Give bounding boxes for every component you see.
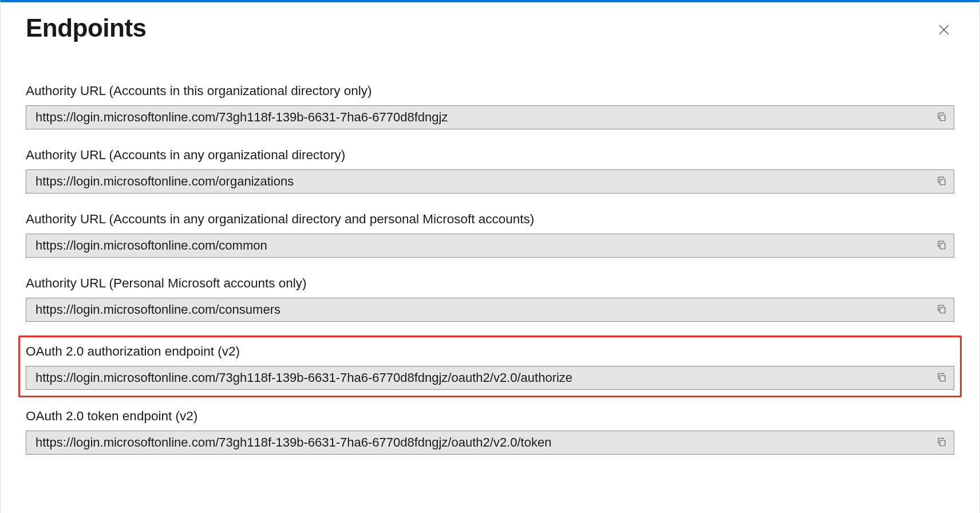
svg-rect-7 [940,440,945,446]
svg-rect-3 [940,179,945,185]
endpoint-field-0: Authority URL (Accounts in this organiza… [26,84,954,129]
close-button[interactable] [934,19,954,40]
copy-button[interactable] [930,234,954,257]
copy-icon [936,240,947,252]
panel-header: Endpoints [26,14,954,42]
field-value[interactable]: https://login.microsoftonline.com/common [26,234,930,257]
field-value-row: https://login.microsoftonline.com/73gh11… [26,105,954,129]
endpoint-field-5: OAuth 2.0 token endpoint (v2)https://log… [26,409,954,455]
field-label: Authority URL (Accounts in this organiza… [26,84,954,98]
copy-icon [936,112,947,124]
panel-title: Endpoints [26,14,147,42]
field-value-row: https://login.microsoftonline.com/consum… [26,298,954,322]
copy-icon [936,437,947,449]
copy-icon [936,176,947,188]
field-value-row: https://login.microsoftonline.com/73gh11… [26,431,954,455]
copy-icon [936,304,947,316]
endpoint-field-3: Authority URL (Personal Microsoft accoun… [26,276,954,322]
endpoints-panel: Endpoints Authority URL (Accounts in thi… [1,2,979,513]
copy-button[interactable] [930,298,954,321]
field-value[interactable]: https://login.microsoftonline.com/73gh11… [26,431,930,454]
copy-button[interactable] [930,170,954,193]
field-label: Authority URL (Accounts in any organizat… [26,212,954,227]
fields-container: Authority URL (Accounts in this organiza… [26,84,954,455]
copy-icon [936,372,947,384]
field-label: Authority URL (Accounts in any organizat… [26,148,954,163]
svg-rect-6 [940,376,945,381]
field-value-row: https://login.microsoftonline.com/common [26,234,954,258]
close-icon [937,23,951,37]
svg-rect-2 [940,115,945,121]
endpoint-field-4: OAuth 2.0 authorization endpoint (v2)htt… [18,336,962,397]
svg-rect-4 [940,243,945,249]
field-value-row: https://login.microsoftonline.com/73gh11… [26,366,954,390]
field-value[interactable]: https://login.microsoftonline.com/73gh11… [26,106,930,129]
endpoint-field-2: Authority URL (Accounts in any organizat… [26,212,954,258]
field-value-row: https://login.microsoftonline.com/organi… [26,169,954,194]
field-label: OAuth 2.0 authorization endpoint (v2) [26,344,954,359]
endpoint-field-1: Authority URL (Accounts in any organizat… [26,148,954,194]
copy-button[interactable] [930,366,954,389]
field-value[interactable]: https://login.microsoftonline.com/73gh11… [26,366,930,389]
field-value[interactable]: https://login.microsoftonline.com/organi… [26,170,930,193]
copy-button[interactable] [930,106,954,129]
field-value[interactable]: https://login.microsoftonline.com/consum… [26,298,930,321]
field-label: OAuth 2.0 token endpoint (v2) [26,409,954,424]
field-label: Authority URL (Personal Microsoft accoun… [26,276,954,291]
svg-rect-5 [940,307,945,313]
copy-button[interactable] [930,431,954,454]
